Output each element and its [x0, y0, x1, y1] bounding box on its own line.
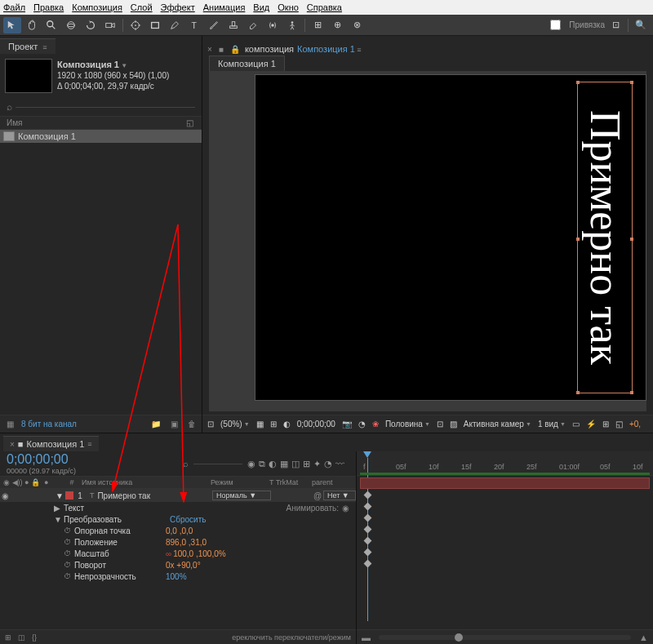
snap-checkbox[interactable]	[550, 20, 561, 30]
layer-bar[interactable]	[360, 477, 650, 489]
exposure-icon[interactable]: +0,	[629, 420, 641, 429]
transform-group-row[interactable]: ▼ Преобразовать Сбросить	[0, 513, 356, 525]
viewer-canvas[interactable]: Примерно так	[209, 71, 646, 411]
comp-thumbnail[interactable]	[5, 59, 52, 93]
toggle-brackets-icon[interactable]: {}	[32, 633, 37, 642]
text-tool-icon[interactable]: T	[185, 17, 203, 33]
rotate-tool-icon[interactable]	[82, 17, 100, 33]
mode-dropdown[interactable]: Нормаль ▼	[212, 491, 271, 500]
new-comp-icon[interactable]: ▣	[167, 419, 180, 430]
mask-icon[interactable]: ◐	[283, 420, 291, 429]
local-axis-icon[interactable]: ⊞	[309, 17, 326, 33]
region-icon[interactable]: ⊡	[437, 420, 443, 429]
menu-view[interactable]: Вид	[253, 2, 269, 12]
brush-tool-icon[interactable]	[205, 17, 223, 33]
menu-effect[interactable]: Эффект	[161, 2, 195, 12]
work-area-bar[interactable]	[360, 473, 650, 475]
menu-file[interactable]: Файл	[3, 2, 25, 12]
trash-icon[interactable]: 🗑	[185, 419, 198, 430]
eraser-tool-icon[interactable]	[244, 17, 262, 33]
zoom-tool-icon[interactable]	[42, 17, 60, 33]
name-column-header[interactable]: Имя	[7, 118, 184, 127]
menu-help[interactable]: Справка	[307, 2, 342, 12]
disclosure-icon[interactable]: ▶	[54, 504, 64, 513]
text-layer[interactable]: Примерно так	[580, 83, 629, 392]
viewer-lock-icon[interactable]: 🔒	[229, 45, 242, 54]
scale-value[interactable]: 100,0 ,100,0%	[173, 549, 226, 558]
camera-tool-icon[interactable]	[101, 17, 119, 33]
search-icon[interactable]: ⌕	[7, 101, 12, 113]
bpc-button[interactable]: 8 бит на канал	[21, 420, 77, 429]
text-group-row[interactable]: ▶ Текст Анимировать: ◉	[0, 502, 356, 513]
parent-dropdown[interactable]: Нет ▼	[323, 491, 356, 500]
viewer-subtab[interactable]: Композиция 1	[209, 56, 285, 71]
stopwatch-icon[interactable]: ⏱	[64, 561, 71, 569]
search-icon[interactable]: 🔍	[632, 17, 650, 33]
timeline-ruler[interactable]: f 05f 10f 15f 20f 25f 01:00f 05f 10f	[357, 451, 653, 476]
hand-tool-icon[interactable]	[23, 17, 41, 33]
menu-layer[interactable]: Слой	[131, 2, 153, 12]
timeline-timecode[interactable]: 0;00;00;00	[7, 452, 76, 467]
resolution-icon[interactable]: ▦	[256, 420, 264, 429]
timecode-display[interactable]: 0;00;00;00	[297, 420, 335, 429]
fast-preview-icon[interactable]: ⚡	[586, 420, 596, 429]
menu-composition[interactable]: Композиция	[72, 2, 122, 12]
magnify-icon[interactable]: ⊡	[207, 420, 214, 429]
interpret-footage-icon[interactable]: ▦	[3, 419, 16, 430]
menu-edit[interactable]: Правка	[33, 2, 64, 12]
puppet-tool-icon[interactable]	[283, 17, 301, 33]
position-value[interactable]: 896,0 ,31,0	[166, 538, 207, 547]
position-row[interactable]: ⏱ Положение 896,0 ,31,0	[0, 536, 356, 548]
rotation-row[interactable]: ⏱ Поворот 0x +90,0°	[0, 559, 356, 571]
tl-3d-icon[interactable]: ◫	[291, 459, 300, 469]
tl-graph-icon[interactable]: ◉	[247, 459, 255, 469]
reset-button[interactable]: Сбросить	[170, 515, 206, 524]
rotation-value[interactable]: 0x +90,0°	[166, 561, 201, 570]
tl-brainstorm-icon[interactable]: ✦	[313, 459, 321, 469]
new-folder-icon[interactable]: 📁	[149, 419, 162, 430]
project-search-input[interactable]	[16, 107, 195, 108]
layer-row[interactable]: ◉ ▼ 1 T Примерно так Нормаль ▼ @ Нет ▼	[0, 489, 356, 502]
opacity-row[interactable]: ⏱ Непрозрачность 100%	[0, 571, 356, 582]
project-tab[interactable]: Проект	[0, 38, 56, 54]
color-icon[interactable]: ❀	[372, 420, 379, 429]
rect-tool-icon[interactable]	[146, 17, 164, 33]
pixel-aspect-icon[interactable]: ▭	[572, 420, 580, 429]
toggle-switches-icon[interactable]: ⊞	[5, 633, 11, 642]
selection-tool-icon[interactable]	[3, 17, 21, 33]
grid-icon[interactable]: ⊞	[270, 420, 277, 429]
pen-tool-icon[interactable]	[166, 17, 184, 33]
type-column-header[interactable]: ◱	[184, 118, 195, 127]
snapshot-icon[interactable]: 📷	[342, 420, 352, 429]
anchor-point-row[interactable]: ⏱ Опорная точка 0,0 ,0,0	[0, 525, 356, 536]
toggle-switches-button[interactable]: ереключить переключатели/режим	[232, 633, 351, 642]
roto-tool-icon[interactable]	[264, 17, 282, 33]
stopwatch-icon[interactable]: ⏱	[64, 549, 71, 557]
viewer-tab[interactable]: Композиция 1	[297, 44, 362, 54]
stopwatch-icon[interactable]: ⏱	[64, 526, 71, 535]
stopwatch-icon[interactable]: ⏱	[64, 538, 71, 546]
tl-graph-editor-icon[interactable]: 〰	[335, 459, 344, 469]
viewer-close-icon[interactable]: ×	[206, 45, 214, 54]
layer-name[interactable]: Примерно так	[94, 491, 212, 500]
snap-option-icon[interactable]: ⊡	[606, 17, 624, 33]
opacity-value[interactable]: 100%	[166, 572, 187, 581]
pan-behind-tool-icon[interactable]	[127, 17, 144, 33]
pickwhip-icon[interactable]: @	[313, 491, 323, 500]
disclosure-icon[interactable]: ▼	[54, 515, 64, 524]
animate-button[interactable]: Анимировать: ◉	[287, 504, 349, 513]
parent-header[interactable]: parent	[312, 478, 356, 486]
flowchart-icon[interactable]: ◱	[615, 420, 623, 429]
comp-name[interactable]: Композиция 1	[57, 59, 169, 70]
timeline-tab[interactable]: × ■ Композиция 1	[3, 436, 99, 451]
view-axis-icon[interactable]: ⊗	[348, 17, 366, 33]
menu-animation[interactable]: Анимация	[203, 2, 246, 12]
layer-disclosure-icon[interactable]: ▼	[56, 491, 64, 500]
orbit-tool-icon[interactable]	[62, 17, 80, 33]
toggle-modes-icon[interactable]: ◫	[18, 633, 25, 642]
zoom-dropdown[interactable]: (50%)	[220, 420, 250, 429]
video-toggle-icon[interactable]: ◉	[2, 491, 9, 500]
anchor-value[interactable]: 0,0 ,0,0	[166, 526, 193, 535]
zoom-in-icon[interactable]: ▲	[639, 633, 648, 642]
layer-color-icon[interactable]	[65, 491, 73, 500]
